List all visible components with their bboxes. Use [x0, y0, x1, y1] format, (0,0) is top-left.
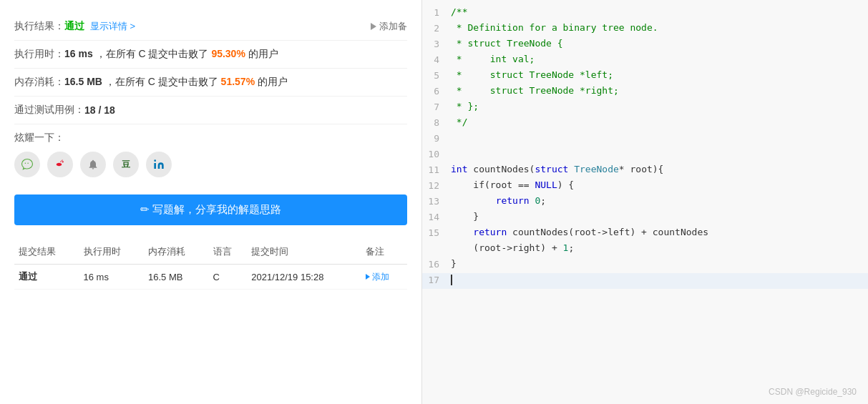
- line-content: * struct TreeNode {: [451, 38, 868, 49]
- memory-label: 内存消耗：: [14, 76, 64, 89]
- time-desc1: ，在所有 C 提交中击败了: [96, 48, 209, 59]
- code-editor[interactable]: 1/**2 * Definition for a binary tree nod…: [422, 0, 868, 404]
- code-line: 4 * int val;: [422, 53, 868, 69]
- linkedin-icon[interactable]: [146, 152, 172, 177]
- submissions-table: 提交结果 执行用时 内存消耗 语言 提交时间 备注 通过 16 ms 16.5 …: [14, 240, 407, 290]
- code-line: 2 * Definition for a binary tree node.: [422, 21, 868, 37]
- line-number: 12: [422, 179, 451, 191]
- line-content: [451, 274, 868, 285]
- test-cases-label: 通过测试用例：: [14, 104, 84, 117]
- code-line: 8 */: [422, 116, 868, 132]
- line-content: * };: [451, 101, 868, 112]
- detail-link[interactable]: 显示详情 >: [90, 20, 135, 33]
- code-line: 3 * struct TreeNode {: [422, 37, 868, 53]
- col-header-lang: 语言: [209, 240, 248, 265]
- line-content: return countNodes(root->left) + countNod…: [451, 227, 868, 237]
- code-line: 14 }: [422, 210, 868, 226]
- row-submit-time: 2021/12/19 15:28: [247, 265, 361, 290]
- line-content: * Definition for a binary tree node.: [451, 22, 868, 33]
- line-number: 5: [422, 69, 451, 81]
- svg-point-2: [154, 159, 156, 162]
- execution-result-label: 执行结果：: [14, 20, 64, 33]
- line-number: 10: [422, 148, 451, 159]
- line-number: 8: [422, 117, 451, 128]
- line-content: return 0;: [451, 195, 868, 206]
- line-number: 9: [422, 132, 451, 144]
- code-line: 10: [422, 147, 868, 163]
- row-memory: 16.5 MB: [144, 265, 209, 290]
- line-content: (root->right) + 1;: [451, 242, 868, 253]
- code-line: 16}: [422, 257, 868, 273]
- execution-time-row: 执行用时： 16 ms ，在所有 C 提交中击败了 95.30% 的用户: [14, 41, 407, 69]
- line-number: 16: [422, 258, 451, 270]
- col-header-time: 执行用时: [79, 240, 145, 265]
- line-content: int countNodes(struct TreeNode* root){: [451, 164, 868, 174]
- line-number: 15: [422, 227, 451, 238]
- svg-point-0: [62, 161, 64, 162]
- line-content: * struct TreeNode *right;: [451, 85, 868, 96]
- add-note-label: 添加备: [379, 20, 407, 33]
- code-line: 5 * struct TreeNode *left;: [422, 69, 868, 84]
- execution-result-row: 执行结果： 通过 显示详情 > 添加备: [14, 13, 407, 41]
- line-content: if(root == NULL) {: [451, 179, 868, 190]
- line-number: 4: [422, 54, 451, 65]
- line-number: 6: [422, 85, 451, 97]
- social-icons-row: 豆: [14, 149, 407, 187]
- line-number: 7: [422, 101, 451, 112]
- left-panel: 执行结果： 通过 显示详情 > 添加备 执行用时： 16 ms ，在所有 C 提…: [0, 0, 422, 404]
- code-line: 13 return 0;: [422, 194, 868, 210]
- line-content: }: [451, 211, 868, 222]
- memory-num: 16.5 MB: [64, 76, 102, 87]
- table-row: 通过 16 ms 16.5 MB C 2021/12/19 15:28 添加: [14, 265, 407, 290]
- add-tri-icon: [366, 274, 370, 280]
- code-line: 15 return countNodes(root->left) + count…: [422, 226, 868, 242]
- add-note-btn[interactable]: 添加备: [371, 20, 407, 33]
- time-num: 16 ms: [64, 48, 93, 59]
- svg-rect-1: [154, 163, 156, 169]
- line-number: 17: [422, 274, 451, 285]
- code-line: 6 * struct TreeNode *right;: [422, 84, 868, 100]
- line-number: 3: [422, 38, 451, 49]
- line-content: * struct TreeNode *left;: [451, 69, 868, 80]
- line-number: 1: [422, 6, 451, 18]
- col-header-memory: 内存消耗: [144, 240, 209, 265]
- code-line: 7 * };: [422, 100, 868, 116]
- line-number: 13: [422, 195, 451, 207]
- line-content: */: [451, 117, 868, 127]
- line-content: * int val;: [451, 54, 868, 64]
- line-number: [422, 242, 451, 243]
- bell-icon[interactable]: [80, 152, 106, 177]
- test-cases-value: 18 / 18: [84, 104, 115, 116]
- code-line: (root->right) + 1;: [422, 242, 868, 257]
- row-note[interactable]: 添加: [361, 265, 407, 290]
- memory-percent: 51.57%: [221, 76, 255, 87]
- time-desc2: 的用户: [248, 48, 278, 59]
- row-time: 16 ms: [79, 265, 145, 290]
- douban-icon[interactable]: 豆: [113, 152, 139, 177]
- write-solution-button[interactable]: ✏ 写题解，分享我的解题思路: [14, 194, 407, 225]
- col-header-note: 备注: [361, 240, 407, 265]
- col-header-status: 提交结果: [14, 240, 79, 265]
- memory-row: 内存消耗： 16.5 MB ，在所有 C 提交中击败了 51.57% 的用户: [14, 69, 407, 97]
- wechat-icon[interactable]: [14, 152, 40, 177]
- line-number: 2: [422, 22, 451, 34]
- memory-desc2: 的用户: [258, 76, 288, 87]
- weibo-icon[interactable]: [47, 152, 73, 177]
- line-content: /**: [451, 6, 868, 17]
- test-cases-row: 通过测试用例： 18 / 18: [14, 97, 407, 124]
- add-label: 添加: [372, 271, 389, 283]
- memory-value: 16.5 MB ，在所有 C 提交中击败了 51.57% 的用户: [64, 76, 288, 89]
- code-line: 17: [422, 273, 868, 289]
- line-number: 11: [422, 164, 451, 175]
- right-panel: 1/**2 * Definition for a binary tree nod…: [422, 0, 868, 404]
- line-content: }: [451, 258, 868, 269]
- play-icon: [371, 23, 376, 30]
- col-header-submit-time: 提交时间: [247, 240, 361, 265]
- row-status: 通过: [14, 265, 79, 290]
- code-line: 1/**: [422, 6, 868, 21]
- memory-desc1: ，在所有 C 提交中击败了: [105, 76, 218, 87]
- execution-time-value: 16 ms ，在所有 C 提交中击败了 95.30% 的用户: [64, 48, 278, 61]
- line-number: 14: [422, 211, 451, 222]
- code-line: 11int countNodes(struct TreeNode* root){: [422, 163, 868, 179]
- code-line: 9: [422, 132, 868, 147]
